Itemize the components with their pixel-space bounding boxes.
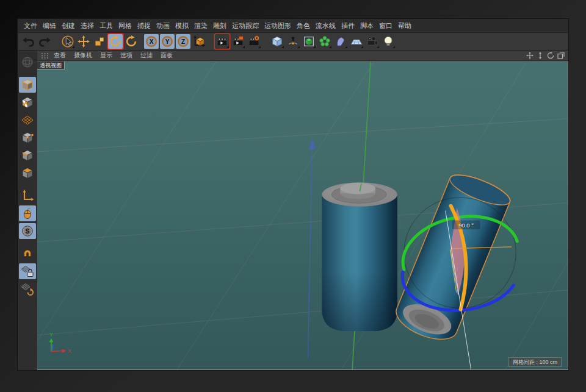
menu-item[interactable]: 创建 bbox=[62, 21, 75, 30]
menu-item[interactable]: 角色 bbox=[297, 21, 310, 30]
make-editable-icon[interactable] bbox=[19, 54, 36, 70]
c4d-window: 文件编辑创建选择工具网格捕捉动画模拟渲染雕刻运动跟踪运动图形角色流水线插件脚本窗… bbox=[17, 18, 569, 371]
render-picture-viewer-icon[interactable] bbox=[231, 34, 245, 49]
x-axis-arrow bbox=[62, 349, 66, 353]
menu-item[interactable]: 网格 bbox=[118, 21, 132, 30]
scale-tool-icon[interactable] bbox=[92, 34, 107, 49]
left-tool-palette: S bbox=[18, 51, 37, 370]
menu-item[interactable]: 雕刻 bbox=[213, 21, 226, 30]
y-axis-arrow bbox=[49, 338, 53, 343]
x-axis-label: X bbox=[68, 348, 71, 354]
add-environment-icon[interactable] bbox=[349, 34, 364, 49]
live-selection-icon[interactable] bbox=[60, 34, 75, 49]
menu-item[interactable]: 捕捉 bbox=[137, 21, 151, 30]
grid-spacing-label: 网格间距 : 100 cm bbox=[508, 357, 562, 367]
viewport-solo-icon[interactable] bbox=[19, 205, 36, 221]
add-camera-icon[interactable] bbox=[365, 34, 380, 49]
y-axis-lock-icon[interactable]: Y bbox=[160, 34, 175, 49]
menu-item[interactable]: 窗口 bbox=[379, 21, 392, 30]
angle-readout: 90.0 ° bbox=[452, 220, 480, 229]
menu-item[interactable]: 脚本 bbox=[360, 21, 374, 30]
workplane-z-arrow bbox=[308, 138, 316, 358]
lock-workplane-icon[interactable] bbox=[19, 263, 36, 279]
viewport-canvas[interactable]: 透视视图 网格间距 : 100 cm bbox=[37, 61, 568, 370]
workplane-mode-icon[interactable] bbox=[19, 112, 36, 128]
viewport-label[interactable]: 透视视图 bbox=[37, 62, 65, 69]
menu-item[interactable]: 渲染 bbox=[194, 21, 208, 30]
standing-cylinder[interactable] bbox=[322, 182, 397, 331]
menu-item[interactable]: 编辑 bbox=[43, 21, 56, 30]
add-cube-icon[interactable] bbox=[270, 34, 284, 49]
menu-item[interactable]: 选择 bbox=[81, 21, 94, 30]
menu-item[interactable]: 运动跟踪 bbox=[232, 21, 259, 30]
enable-axis-icon[interactable] bbox=[19, 188, 36, 204]
last-tool-rotate-icon[interactable] bbox=[124, 34, 139, 49]
main-area: S 查看摄像机显示选项过滤面板 bbox=[18, 51, 568, 370]
toggle-panel-icon[interactable] bbox=[557, 52, 565, 60]
texture-mode-icon[interactable] bbox=[19, 94, 36, 110]
menu-item[interactable]: 动画 bbox=[156, 21, 170, 30]
toolbar: X Y Z bbox=[18, 33, 568, 51]
points-mode-icon[interactable] bbox=[19, 130, 36, 146]
dolly-view-icon[interactable] bbox=[536, 52, 544, 60]
z-axis-stub bbox=[52, 344, 52, 351]
viewport-menu-item[interactable]: 显示 bbox=[100, 51, 112, 60]
viewport-menu-item[interactable]: 摄像机 bbox=[74, 51, 92, 60]
panel-grip-icon[interactable] bbox=[41, 52, 49, 59]
menu-item[interactable]: 模拟 bbox=[175, 21, 189, 30]
svg-text:Y: Y bbox=[165, 38, 170, 45]
y-axis-label: Y bbox=[49, 332, 53, 338]
menu-item[interactable]: 帮助 bbox=[398, 21, 411, 30]
axis-indicator: Y X bbox=[49, 332, 71, 355]
snap-magnet-icon[interactable] bbox=[19, 246, 36, 262]
polygons-mode-icon[interactable] bbox=[19, 165, 36, 181]
viewport-menu-item[interactable]: 查看 bbox=[54, 51, 66, 60]
rotate-tool-icon[interactable] bbox=[108, 34, 123, 49]
add-mograph-icon[interactable] bbox=[317, 34, 332, 49]
z-axis-lock-icon[interactable]: Z bbox=[176, 34, 190, 49]
svg-text:X: X bbox=[150, 38, 154, 45]
menu-item[interactable]: 工具 bbox=[99, 21, 113, 30]
svg-text:90.0 °: 90.0 ° bbox=[458, 222, 474, 229]
undo-icon[interactable] bbox=[21, 34, 36, 49]
viewport-menu-item[interactable]: 面板 bbox=[161, 51, 173, 60]
orbit-view-icon[interactable] bbox=[546, 52, 554, 60]
snap-s-icon[interactable]: S bbox=[19, 223, 36, 239]
add-light-icon[interactable] bbox=[381, 34, 396, 49]
move-tool-icon[interactable] bbox=[76, 34, 91, 49]
menu-item[interactable]: 文件 bbox=[24, 21, 37, 30]
x-axis-lock-icon[interactable]: X bbox=[144, 34, 159, 49]
viewport-menu-item[interactable]: 过滤 bbox=[140, 51, 153, 60]
coordinate-system-icon[interactable] bbox=[192, 34, 206, 49]
view-controls bbox=[526, 52, 565, 60]
menubar: 文件编辑创建选择工具网格捕捉动画模拟渲染雕刻运动跟踪运动图形角色流水线插件脚本窗… bbox=[18, 19, 568, 33]
add-deformer-icon[interactable] bbox=[333, 34, 348, 49]
edges-mode-icon[interactable] bbox=[19, 148, 36, 163]
add-generator-icon[interactable] bbox=[302, 34, 316, 49]
render-view-icon[interactable] bbox=[215, 34, 230, 49]
viewport-menu-item[interactable]: 选项 bbox=[120, 51, 132, 60]
render-settings-icon[interactable] bbox=[247, 34, 261, 49]
svg-text:S: S bbox=[25, 227, 29, 235]
viewport-panel: 查看摄像机显示选项过滤面板 bbox=[37, 51, 568, 370]
menu-item[interactable]: 插件 bbox=[341, 21, 355, 30]
pan-view-icon[interactable] bbox=[526, 52, 534, 60]
redo-icon[interactable] bbox=[37, 34, 52, 49]
menu-item[interactable]: 流水线 bbox=[316, 21, 336, 30]
viewport-menubar: 查看摄像机显示选项过滤面板 bbox=[37, 51, 568, 61]
scene-3d: 90.0 ° Y X bbox=[37, 62, 568, 369]
svg-text:Z: Z bbox=[181, 38, 185, 45]
add-spline-icon[interactable] bbox=[286, 34, 300, 49]
align-workplane-icon[interactable] bbox=[19, 281, 36, 297]
viewport-menu-items: 查看摄像机显示选项过滤面板 bbox=[54, 51, 181, 60]
model-mode-icon[interactable] bbox=[19, 77, 36, 93]
menu-item[interactable]: 运动图形 bbox=[264, 21, 291, 30]
